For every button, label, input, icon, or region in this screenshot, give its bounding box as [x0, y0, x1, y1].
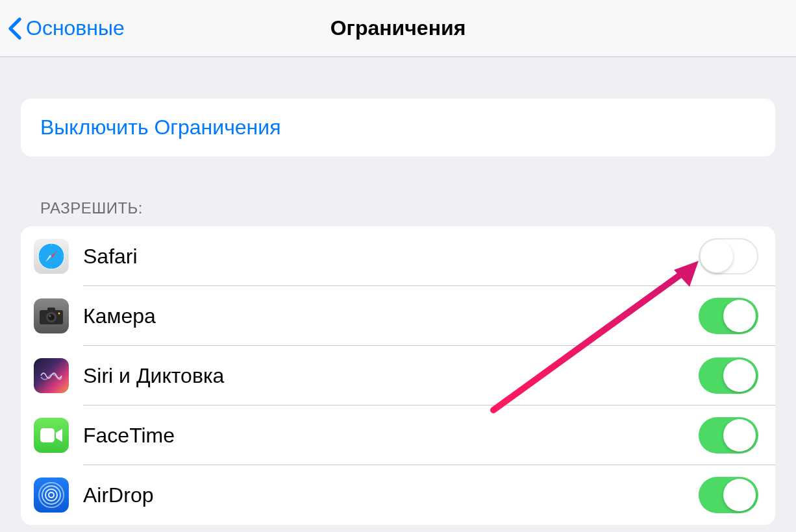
disable-restrictions-button[interactable]: Выключить Ограничения [40, 115, 756, 139]
back-label: Основные [26, 16, 125, 40]
chevron-left-icon [8, 17, 22, 40]
svg-rect-9 [47, 308, 55, 311]
svg-rect-14 [40, 428, 55, 442]
app-label: FaceTime [83, 424, 699, 448]
svg-point-13 [58, 313, 60, 315]
allow-section-header: РАЗРЕШИТЬ: [40, 199, 775, 217]
content-area: Выключить Ограничения РАЗРЕШИТЬ: Safari [0, 57, 796, 525]
list-item-airdrop: AirDrop [21, 465, 775, 525]
toggle-knob [723, 359, 756, 392]
toggle-safari[interactable] [699, 238, 758, 274]
page-title: Ограничения [330, 16, 466, 40]
toggle-facetime[interactable] [699, 417, 758, 453]
airdrop-icon [34, 478, 69, 513]
toggle-knob [723, 300, 756, 332]
safari-icon [34, 239, 69, 274]
disable-restrictions-group: Выключить Ограничения [21, 99, 775, 156]
toggle-knob [723, 479, 756, 511]
toggle-knob [723, 419, 756, 452]
back-button[interactable]: Основные [0, 16, 125, 40]
svg-point-16 [45, 489, 57, 501]
app-label: Safari [83, 245, 699, 269]
toggle-knob [701, 240, 733, 272]
list-item-siri: Siri и Диктовка [21, 346, 775, 405]
toggle-camera[interactable] [699, 298, 758, 334]
app-label: AirDrop [83, 483, 699, 507]
camera-icon [34, 298, 69, 333]
app-label: Камера [83, 304, 699, 328]
toggle-airdrop[interactable] [699, 477, 758, 513]
list-item-camera: Камера [21, 286, 775, 346]
toggle-siri[interactable] [699, 357, 758, 394]
list-item-facetime: FaceTime [21, 405, 775, 465]
app-label: Siri и Диктовка [83, 364, 699, 388]
facetime-icon [34, 418, 69, 453]
allow-app-list: Safari Камера [21, 226, 775, 525]
siri-icon [34, 358, 69, 393]
svg-point-12 [49, 315, 51, 317]
navigation-bar: Основные Ограничения [0, 0, 796, 57]
svg-point-15 [49, 492, 54, 498]
svg-point-11 [48, 314, 55, 320]
list-item-safari: Safari [21, 226, 775, 286]
